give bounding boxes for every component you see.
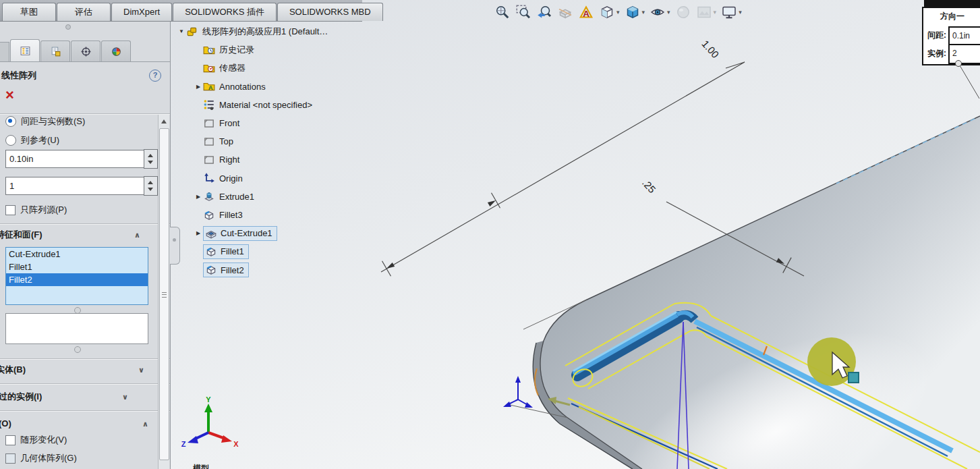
section-options[interactable]: 选项(O) ∧ [0, 416, 139, 432]
instances-callout-value[interactable]: 2 [950, 45, 980, 61]
command-tab[interactable]: 草图 [2, 3, 56, 21]
radio-button[interactable] [5, 135, 16, 146]
chevron-down-icon[interactable]: ▾ [739, 9, 742, 16]
origin-triad: Y X Z [181, 395, 239, 448]
section-features-and-faces[interactable]: 特征和面(F) ∧ [0, 227, 154, 243]
feature-list-item[interactable]: Fillet1 [6, 260, 148, 273]
tree-item-[interactable]: 历史记录 [194, 40, 254, 59]
model-tab[interactable]: 模型 [193, 463, 209, 469]
apply-scene-icon [696, 4, 712, 20]
tree-item-label: 传感器 [219, 62, 246, 74]
radio-up-to-reference[interactable]: 到参考(U) [5, 134, 59, 146]
expand-icon[interactable]: ∨ [138, 362, 144, 378]
svg-text:X: X [233, 440, 239, 448]
tree-item-front[interactable]: Front [194, 114, 239, 132]
zoom-fit-button[interactable] [493, 3, 512, 22]
tree-item-label: Cut-Extrude1 [221, 228, 272, 238]
tree-item-label: 线形阵列的高级应用1 (Default… [202, 26, 328, 38]
help-icon[interactable]: ? [149, 70, 161, 82]
tree-item-origin[interactable]: Origin [194, 169, 243, 188]
material-icon [203, 99, 215, 111]
tree-item-extrude1[interactable]: ▶Extrude1 [194, 188, 254, 206]
instances-input[interactable]: 1 [5, 177, 148, 195]
checkbox[interactable] [5, 435, 16, 445]
panel-grip-dot[interactable] [65, 24, 71, 30]
tree-item-label: Annotations [219, 82, 266, 92]
tree-item-right[interactable]: Right [194, 150, 239, 169]
resize-grip-dot[interactable] [74, 346, 81, 353]
collapse-icon[interactable]: ∧ [134, 227, 140, 243]
feature-list-item[interactable]: Cut-Extrude1 [6, 248, 148, 260]
section-bodies[interactable]: 实体(B) ∨ [0, 362, 154, 378]
radio-label: 到参考(U) [21, 134, 59, 146]
callout-drag-handle[interactable] [955, 60, 962, 67]
chevron-down-icon[interactable]: ▼ [177, 28, 186, 34]
chevron-down-icon[interactable]: ▾ [616, 9, 620, 16]
chevron-right-icon[interactable]: ▶ [194, 84, 203, 90]
dimension-1-00[interactable]: 1.00 [381, 38, 745, 276]
tree-item-label: Fillet1 [221, 246, 244, 256]
radio-button[interactable] [5, 116, 16, 127]
command-tab[interactable]: SOLIDWORKS 插件 [173, 3, 277, 21]
command-tab[interactable]: SOLIDWORKS MBD [277, 3, 383, 21]
svg-text:Y: Y [206, 395, 211, 404]
plane-icon [203, 136, 215, 148]
annotation-views-button[interactable]: A [577, 3, 596, 22]
scroll-up-icon[interactable] [161, 119, 167, 123]
view-settings-icon [721, 4, 737, 20]
tree-item-fillet3[interactable]: Fillet3 [194, 206, 243, 224]
tree-item-fillet2[interactable]: Fillet2 [194, 261, 249, 279]
radio-spacing-instances[interactable]: 间距与实例数(S) [5, 115, 85, 128]
selection-filter-badge [848, 373, 859, 383]
cancel-icon[interactable]: × [5, 88, 14, 103]
collapse-icon[interactable]: ∧ [142, 416, 148, 432]
pattern-seed-only-checkbox[interactable]: 只阵列源(P) [5, 204, 67, 215]
section-view-button [556, 3, 575, 22]
section-skipped-instances[interactable]: 跳过的实例(I) ∨ [0, 389, 148, 405]
spacing-spinner[interactable] [144, 149, 158, 169]
previous-view-button[interactable] [535, 3, 554, 22]
checkbox[interactable] [5, 205, 16, 215]
zoom-fit-icon [494, 4, 511, 20]
configurationmanager-tab[interactable] [40, 40, 70, 61]
checkbox-label: 几何体阵列(G) [20, 452, 77, 464]
dimxpertmanager-tab[interactable] [71, 40, 100, 61]
chevron-down-icon[interactable]: ▾ [667, 9, 670, 16]
chevron-right-icon[interactable]: ▶ [194, 194, 203, 200]
panel-scrollbar[interactable] [158, 115, 169, 469]
chevron-down-icon[interactable]: ▾ [714, 9, 717, 16]
feature-list-item[interactable]: Fillet2 [6, 273, 148, 286]
geometry-pattern-checkbox[interactable]: 几何体阵列(G) [5, 453, 77, 464]
tree-item-fillet1[interactable]: Fillet1 [194, 242, 249, 260]
tree-item-[interactable]: 传感器 [194, 59, 246, 77]
featuremanager-tab-partial[interactable] [0, 42, 9, 61]
scrollbar-thumb[interactable] [159, 128, 169, 460]
spacing-callout-value[interactable]: 0.1in [950, 28, 980, 45]
view-settings-button[interactable]: ▾ [720, 3, 743, 22]
hide-show-items-button[interactable]: ▾ [648, 3, 672, 22]
checkbox[interactable] [5, 453, 16, 464]
panel-splitter-handle[interactable] [170, 227, 180, 265]
tree-item-annotations[interactable]: ▶AAnnotations [194, 78, 266, 96]
view-orientation-button[interactable]: ▾ [598, 3, 621, 22]
displaymanager-tab[interactable] [101, 40, 131, 61]
svg-text:Z: Z [181, 440, 186, 448]
chevron-right-icon[interactable]: ▶ [194, 230, 203, 236]
command-tab[interactable]: 评估 [57, 3, 111, 21]
zoom-area-button[interactable] [514, 3, 533, 22]
propertymanager-tab[interactable] [10, 39, 40, 61]
expand-icon[interactable]: ∨ [122, 389, 128, 405]
vary-sketch-checkbox[interactable]: 随形变化(V) [5, 435, 67, 445]
tree-item-top[interactable]: Top [194, 132, 233, 150]
display-style-button[interactable]: ▾ [623, 3, 647, 22]
chevron-down-icon[interactable]: ▾ [642, 9, 645, 16]
spacing-input[interactable]: 0.10in [5, 150, 148, 168]
tree-item-material-not-specified[interactable]: Material <not specified> [194, 96, 312, 114]
tree-item-cut-extrude1[interactable]: ▶Cut-Extrude1 [194, 224, 277, 242]
features-list[interactable]: Cut-Extrude1Fillet1Fillet2 [5, 247, 148, 305]
propertymanager-tab-icon [20, 45, 31, 57]
instances-spinner[interactable] [144, 176, 158, 196]
faces-selection-box[interactable] [5, 313, 148, 344]
tree-item-1-default[interactable]: ▼线形阵列的高级应用1 (Default… [177, 22, 328, 40]
command-tab[interactable]: DimXpert [111, 3, 172, 21]
